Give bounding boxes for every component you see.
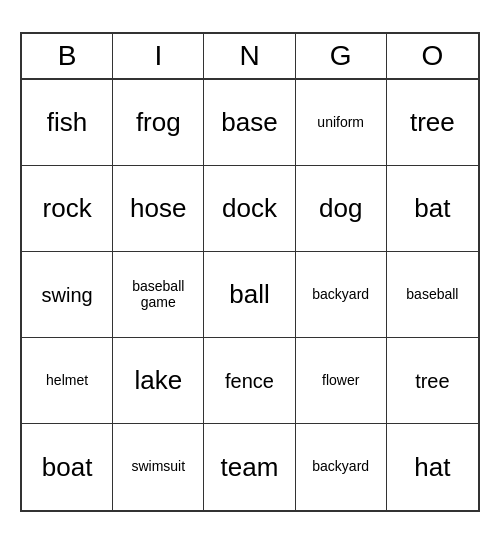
cell-text-9: bat (414, 194, 450, 223)
cell-text-16: lake (134, 366, 182, 395)
bingo-cell-14[interactable]: baseball (387, 252, 478, 338)
header-letter-o: O (387, 34, 478, 78)
cell-text-17: fence (225, 370, 274, 392)
cell-text-14: baseball (406, 287, 458, 302)
bingo-header: BINGO (22, 34, 478, 80)
bingo-cell-16[interactable]: lake (113, 338, 204, 424)
bingo-cell-5[interactable]: rock (22, 166, 113, 252)
bingo-cell-23[interactable]: backyard (296, 424, 387, 510)
cell-text-20: boat (42, 453, 93, 482)
bingo-cell-17[interactable]: fence (204, 338, 295, 424)
header-letter-b: B (22, 34, 113, 78)
cell-text-12: ball (229, 280, 269, 309)
cell-text-19: tree (415, 370, 449, 392)
cell-text-4: tree (410, 108, 455, 137)
bingo-cell-10[interactable]: swing (22, 252, 113, 338)
bingo-cell-9[interactable]: bat (387, 166, 478, 252)
cell-text-5: rock (43, 194, 92, 223)
bingo-grid: fishfrogbaseuniformtreerockhosedockdogba… (22, 80, 478, 510)
bingo-cell-20[interactable]: boat (22, 424, 113, 510)
cell-text-24: hat (414, 453, 450, 482)
bingo-cell-11[interactable]: baseball game (113, 252, 204, 338)
cell-text-1: frog (136, 108, 181, 137)
bingo-cell-1[interactable]: frog (113, 80, 204, 166)
bingo-cell-0[interactable]: fish (22, 80, 113, 166)
bingo-cell-22[interactable]: team (204, 424, 295, 510)
bingo-cell-12[interactable]: ball (204, 252, 295, 338)
bingo-cell-6[interactable]: hose (113, 166, 204, 252)
bingo-cell-13[interactable]: backyard (296, 252, 387, 338)
cell-text-6: hose (130, 194, 186, 223)
cell-text-0: fish (47, 108, 87, 137)
cell-text-10: swing (42, 284, 93, 306)
cell-text-21: swimsuit (131, 459, 185, 474)
bingo-cell-8[interactable]: dog (296, 166, 387, 252)
cell-text-23: backyard (312, 459, 369, 474)
cell-text-22: team (221, 453, 279, 482)
bingo-cell-24[interactable]: hat (387, 424, 478, 510)
bingo-cell-21[interactable]: swimsuit (113, 424, 204, 510)
bingo-cell-18[interactable]: flower (296, 338, 387, 424)
header-letter-g: G (296, 34, 387, 78)
cell-text-15: helmet (46, 373, 88, 388)
bingo-card: BINGO fishfrogbaseuniformtreerockhosedoc… (20, 32, 480, 512)
bingo-cell-19[interactable]: tree (387, 338, 478, 424)
cell-text-18: flower (322, 373, 359, 388)
cell-text-13: backyard (312, 287, 369, 302)
bingo-cell-7[interactable]: dock (204, 166, 295, 252)
cell-text-8: dog (319, 194, 362, 223)
bingo-cell-15[interactable]: helmet (22, 338, 113, 424)
cell-text-3: uniform (317, 115, 364, 130)
bingo-cell-3[interactable]: uniform (296, 80, 387, 166)
cell-text-11: baseball game (117, 279, 199, 310)
header-letter-i: I (113, 34, 204, 78)
header-letter-n: N (204, 34, 295, 78)
bingo-cell-2[interactable]: base (204, 80, 295, 166)
cell-text-7: dock (222, 194, 277, 223)
cell-text-2: base (221, 108, 277, 137)
bingo-cell-4[interactable]: tree (387, 80, 478, 166)
